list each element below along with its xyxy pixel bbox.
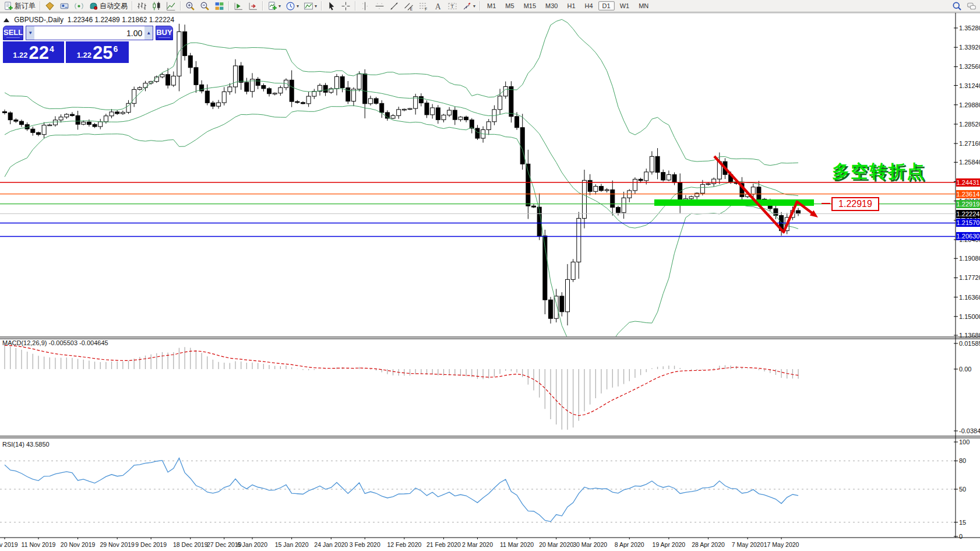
text-label-button[interactable]: T (445, 0, 460, 12)
auto-scroll-button[interactable] (231, 0, 246, 12)
search-button[interactable] (950, 0, 964, 12)
vertical-line-button[interactable] (358, 0, 372, 12)
main-price-pane (3, 19, 801, 349)
svg-text:T: T (450, 3, 454, 9)
mt4-terminal-window: 新订单自动交易▾▾▾EFAT▾M1M5M15M30H1H4D1W1MN GBPU… (0, 0, 980, 551)
zoom-in-button[interactable] (183, 0, 198, 12)
timeframe-button-m15[interactable]: M15 (520, 1, 540, 10)
arrows-button[interactable]: ▾ (460, 0, 478, 12)
buy-price-display[interactable]: 1.22 25 6 (66, 41, 129, 63)
tile-windows-button[interactable] (212, 0, 227, 12)
price-tick-label: 1.16360 (959, 294, 980, 301)
hline-icon (375, 1, 385, 11)
price-chart-canvas[interactable] (0, 0, 980, 551)
date-tick-label: 29 Nov 2019 (100, 541, 135, 548)
timeframe-button-h4[interactable]: H4 (581, 1, 597, 10)
new-order-button[interactable]: 新订单 (1, 0, 38, 12)
sell-price-display[interactable]: 1.22 22 4 (3, 41, 64, 63)
date-tick-label: 9 Dec 2019 (135, 541, 167, 548)
rsi-pane (0, 458, 956, 522)
gold-box-icon (45, 1, 55, 11)
dropdown-caret-icon[interactable]: ▾ (297, 3, 299, 9)
timeframe-button-m1[interactable]: M1 (483, 1, 500, 10)
svg-text:E: E (410, 6, 413, 10)
date-tick-label: 30 Mar 2020 (573, 541, 607, 548)
bar-chart-button[interactable] (135, 0, 149, 12)
price-tag-dash (822, 203, 830, 204)
text-button[interactable]: A (431, 0, 445, 12)
price-tick-label: 1.28520 (959, 121, 980, 128)
strategy-tester-button[interactable] (72, 0, 86, 12)
zoom-in-icon (185, 1, 195, 11)
candlestick-chart-button[interactable] (149, 0, 164, 12)
fibo-icon: F (418, 1, 428, 11)
price-line-label: 1.24431 (956, 178, 980, 187)
terminal-button[interactable] (57, 0, 72, 12)
timeframe-button-h1[interactable]: H1 (563, 1, 579, 10)
dropdown-caret-icon[interactable]: ▾ (315, 3, 317, 9)
label-icon: T (447, 1, 457, 11)
price-tick-label: 1.29880 (959, 101, 980, 108)
dropdown-caret-icon[interactable]: ▾ (473, 3, 475, 9)
price-line-label: 1.22919 (956, 200, 980, 208)
chart-profile-button[interactable]: ▾ (301, 0, 319, 12)
trendline-button[interactable] (387, 0, 401, 12)
date-tick-label: 8 Apr 2020 (615, 541, 644, 548)
price-tick-label: 1.31240 (959, 82, 980, 89)
toolbar-separator (180, 1, 181, 10)
toolbar-separator (321, 1, 322, 10)
fibonacci-button[interactable]: F (416, 0, 431, 12)
toolbar-separator (262, 1, 263, 10)
macd-axis-label: 0.00 (959, 366, 971, 373)
date-tick-label: 21 Feb 2020 (426, 541, 461, 548)
date-tick-label: 27 Dec 2019 (207, 541, 242, 548)
chart-symbol-header: GBPUSD-,Daily 1.22346 1.22489 1.21862 1.… (3, 16, 174, 24)
date-tick-label: 12 Feb 2020 (387, 541, 421, 548)
toolbar-separator (228, 1, 230, 10)
price-tick-label: 1.25840 (959, 159, 980, 166)
rsi-indicator-label: RSI(14) 43.5850 (2, 441, 50, 448)
buy-button[interactable]: BUY (156, 26, 172, 40)
timeframe-button-m30[interactable]: M30 (541, 1, 562, 10)
date-tick-label: 20 Nov 2019 (61, 541, 96, 548)
macd-axis-label: 0.015858 (959, 340, 980, 347)
macd-pane (5, 345, 798, 430)
new-chart-button[interactable]: ▾ (265, 0, 283, 12)
timeframe-button-m5[interactable]: M5 (501, 1, 518, 10)
new-chart-icon (267, 1, 277, 11)
timeframe-button-d1[interactable]: D1 (598, 1, 615, 10)
auto-scroll-icon (234, 1, 244, 11)
candle-chart-icon (151, 1, 161, 11)
one-click-trading-panel: SELL ▼ ▲ BUY 1.22 22 4 1.22 25 6 (3, 26, 129, 63)
price-tick-label: 1.15000 (959, 313, 980, 320)
autotrading-button[interactable]: 自动交易 (86, 0, 130, 12)
terminal-icon (59, 1, 69, 11)
horizontal-line-button[interactable] (372, 0, 387, 12)
sell-button[interactable]: SELL (3, 26, 23, 40)
date-tick-label: 20 Mar 2020 (539, 541, 573, 548)
crosshair-button[interactable] (339, 0, 353, 12)
dropdown-caret-icon[interactable]: ▾ (279, 3, 281, 9)
arrows-icon (462, 1, 472, 11)
timeframe-button-w1[interactable]: W1 (616, 1, 634, 10)
chart-shift-icon (248, 1, 258, 11)
market-watch-button[interactable] (43, 0, 57, 12)
community-button[interactable] (964, 0, 979, 12)
line-chart-button[interactable] (164, 0, 178, 12)
ohlc-values: 1.22346 1.22489 1.21862 1.22224 (68, 16, 175, 24)
collapse-panel-icon[interactable] (3, 18, 9, 22)
doc-plus-icon (3, 1, 13, 11)
volume-input[interactable] (34, 26, 144, 40)
volume-increase-button[interactable]: ▲ (144, 26, 153, 40)
volume-decrease-button[interactable]: ▼ (26, 26, 34, 40)
chart-shift-button[interactable] (246, 0, 260, 12)
equidistant-channel-button[interactable]: E (401, 0, 416, 12)
period-selector-button[interactable]: ▾ (283, 0, 301, 12)
zoom-out-button[interactable] (198, 0, 212, 12)
date-tick-label: 15 Jan 2020 (275, 541, 309, 548)
timeframe-button-mn[interactable]: MN (634, 1, 653, 10)
cursor-button[interactable] (324, 0, 339, 12)
rsi-axis-label: 0 (959, 533, 963, 540)
date-tick-label: 2 Mar 2020 (462, 541, 493, 548)
price-level-tag: 1.22919 (831, 197, 879, 211)
